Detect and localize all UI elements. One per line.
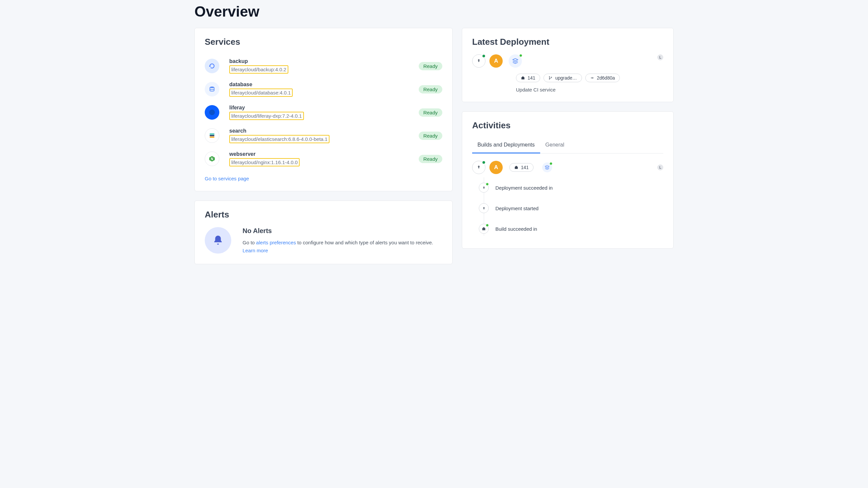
service-name: liferay [229,105,409,111]
stack-icon [509,54,522,68]
timeline-text: Deployment succeeded in [495,185,553,191]
timeline-text: Deployment started [495,205,538,211]
service-image-tag: liferaycloud/elasticsearch:6.8.6-4.0.0-b… [229,135,330,143]
status-badge: Ready [419,155,442,163]
build-number: 141 [521,165,529,170]
activity-header-row: A 141 L [472,161,663,174]
timeline-item[interactable]: Deployment succeeded in [479,177,663,198]
nginx-icon: N [205,152,219,166]
service-name: search [229,128,409,134]
status-dot-icon [486,224,489,227]
svg-point-2 [209,110,215,116]
liferay-icon [205,105,219,120]
learn-more-link[interactable]: Learn more [243,248,268,253]
alerts-text-pre: Go to [243,240,256,245]
upload-icon [479,203,489,213]
svg-rect-3 [210,134,215,135]
status-dot-icon [550,162,553,165]
alerts-heading: No Alerts [243,227,442,235]
service-name: backup [229,58,409,64]
stack-icon [542,162,552,172]
svg-point-10 [551,77,552,77]
service-row-webserver[interactable]: N webserver liferaycloud/nginx:1.16.1-4.… [205,147,442,170]
status-dot-icon [486,183,489,186]
deployer-avatar[interactable]: A [489,54,503,68]
success-indicator-icon [482,160,486,164]
activity-status-icon [472,161,486,174]
service-row-backup[interactable]: backup liferaycloud/backup:4.0.2 Ready [205,54,442,77]
pin-icon [479,224,489,234]
activity-build-pill[interactable]: 141 [509,163,533,172]
timeline-text: Build succeeded in [495,226,537,232]
deployment-status-icon [472,54,486,68]
services-page-link[interactable]: Go to services page [205,176,249,181]
status-badge: Ready [419,62,442,70]
timeline-item[interactable]: Build succeeded in [479,219,663,239]
timeline-item[interactable]: Deployment started [479,198,663,219]
upload-icon [479,183,489,193]
success-indicator-icon [482,54,486,58]
latest-deployment-title: Latest Deployment [472,37,663,47]
svg-text:N: N [211,157,213,161]
page-title: Overview [192,0,676,28]
tab-builds-deployments[interactable]: Builds and Deployments [472,138,540,154]
elasticsearch-icon [205,128,219,143]
service-image-tag: liferaycloud/database:4.0.1 [229,89,293,97]
service-row-liferay[interactable]: liferay liferaycloud/liferay-dxp:7.2-4.0… [205,101,442,124]
tab-general[interactable]: General [540,138,570,154]
alerts-title: Alerts [205,209,442,220]
build-number: 141 [528,75,535,80]
service-name: database [229,82,409,88]
branch-pill[interactable]: upgrade… [544,74,582,82]
status-dot-icon [519,54,522,57]
status-badge: Ready [419,108,442,117]
clock-icon: L [657,54,663,60]
activity-timeline: Deployment succeeded in Deployment start… [479,177,663,239]
status-badge: Ready [419,85,442,94]
commit-hash: 2d6d80a [597,75,615,80]
status-badge: Ready [419,132,442,140]
branch-name: upgrade… [555,75,577,80]
service-image-tag: liferaycloud/liferay-dxp:7.2-4.0.1 [229,112,304,120]
build-number-pill[interactable]: 141 [516,74,540,82]
backup-icon [205,59,219,73]
activities-tabs: Builds and Deployments General [472,138,663,154]
clock-icon: L [657,164,663,170]
service-name: webserver [229,151,409,157]
database-icon [205,82,219,96]
activities-card: Activities Builds and Deployments Genera… [462,111,674,249]
service-row-database[interactable]: database liferaycloud/database:4.0.1 Rea… [205,77,442,101]
service-image-tag: liferaycloud/nginx:1.16.1-4.0.0 [229,158,300,166]
bell-icon [205,227,231,254]
service-row-search[interactable]: search liferaycloud/elasticsearch:6.8.6-… [205,124,442,147]
alerts-text-mid: to configure how and which type of alert… [296,240,433,245]
activity-avatar[interactable]: A [489,161,503,174]
commit-pill[interactable]: 2d6d80a [585,74,620,82]
deployment-message: Update CI service [516,87,663,93]
alerts-description: Go to alerts preferences to configure ho… [243,239,442,255]
latest-deployment-card: Latest Deployment A [462,28,674,102]
svg-point-0 [210,87,214,88]
svg-rect-5 [210,137,215,138]
svg-rect-4 [210,135,215,136]
svg-point-8 [549,76,550,77]
service-image-tag: liferaycloud/backup:4.0.2 [229,65,288,74]
alerts-card: Alerts No Alerts Go to alerts preference… [194,201,453,264]
svg-point-9 [549,79,550,79]
svg-point-11 [592,77,593,78]
alerts-preferences-link[interactable]: alerts preferences [256,240,296,245]
services-title: Services [205,37,442,47]
activities-title: Activities [472,120,663,131]
services-card: Services backup liferaycloud/backup:4.0.… [194,28,453,191]
